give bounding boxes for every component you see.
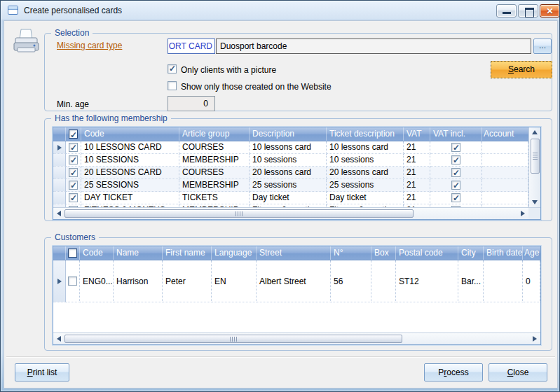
column-header-vat-incl[interactable]: VAT incl. — [430, 127, 482, 141]
missing-card-type-label[interactable]: Missing card type — [57, 41, 122, 50]
minimize-button[interactable] — [496, 4, 517, 18]
column-header-street[interactable]: Street — [257, 246, 331, 260]
membership-group-label: Has the following membership — [51, 113, 171, 123]
row-checkbox[interactable] — [69, 168, 78, 177]
scroll-left-icon[interactable] — [57, 336, 61, 342]
row-checkbox[interactable] — [69, 193, 78, 202]
horizontal-scrollbar[interactable] — [53, 207, 528, 219]
select-all-checkbox[interactable] — [69, 130, 78, 139]
select-all-checkbox[interactable] — [68, 248, 77, 258]
cell-number: 56 — [331, 260, 371, 302]
cell-description: 20 lessons card — [250, 167, 327, 179]
column-header-postal-code[interactable]: Postal code — [396, 246, 458, 260]
scroll-left-icon[interactable] — [57, 211, 61, 216]
horizontal-scroll-thumb[interactable] — [64, 335, 402, 343]
cell-age: 0 — [523, 260, 540, 302]
picture-checkbox-label[interactable]: Only clients with a picture — [181, 65, 276, 75]
column-header-code[interactable]: Code — [81, 127, 179, 141]
column-header-number[interactable]: N° — [331, 246, 371, 260]
vertical-scrollbar[interactable] — [528, 127, 540, 207]
cell-vat: 21 — [404, 179, 430, 192]
title-bar[interactable]: Create personalised cards — [1, 1, 559, 20]
cell-city: Bar... — [458, 260, 484, 302]
vat-incl-checkbox[interactable] — [451, 168, 460, 177]
row-selector[interactable] — [53, 141, 66, 154]
picture-checkbox[interactable] — [168, 64, 177, 74]
column-header-city[interactable]: City — [458, 246, 484, 260]
column-header-description[interactable]: Description — [250, 127, 327, 141]
scroll-right-icon[interactable] — [533, 336, 537, 342]
column-header-vat[interactable]: VAT — [404, 127, 430, 141]
window-icon — [8, 6, 18, 15]
card-type-field[interactable]: ORT CARD — [168, 38, 215, 54]
horizontal-scrollbar[interactable] — [53, 332, 540, 344]
cell-description: Day ticket — [250, 192, 327, 204]
column-header-code[interactable]: Code — [80, 246, 114, 260]
window-title: Create personalised cards — [24, 6, 122, 15]
row-selector[interactable] — [53, 179, 66, 192]
website-checkbox[interactable] — [168, 81, 177, 90]
row-checkbox[interactable] — [69, 181, 78, 190]
search-button[interactable]: Search — [491, 61, 552, 78]
cell-description: 25 sessions — [250, 179, 327, 192]
column-header-box[interactable]: Box — [371, 246, 396, 260]
card-description-field[interactable]: Duosport barcode — [216, 38, 531, 54]
column-header-article-group[interactable]: Article group — [179, 127, 250, 141]
row-checkbox[interactable] — [68, 276, 77, 286]
scroll-right-icon[interactable] — [521, 211, 525, 216]
cell-name: Harrison — [114, 260, 163, 302]
column-header-first-name[interactable]: First name — [163, 246, 212, 260]
maximize-button[interactable] — [518, 4, 538, 18]
table-row[interactable]: 10 SESSIONS MEMBERSHIP 10 sessions 10 se… — [53, 154, 528, 167]
header-row-selector — [53, 246, 66, 260]
column-header-name[interactable]: Name — [114, 246, 163, 260]
close-button[interactable]: Close — [489, 363, 547, 382]
table-row[interactable]: 10 LESSONS CARD COURSES 10 lessons card … — [53, 141, 528, 154]
header-row-selector — [53, 127, 66, 141]
close-window-button[interactable] — [540, 4, 560, 18]
min-age-label: Min. age — [57, 99, 89, 109]
customers-select-all — [66, 246, 80, 260]
cell-article-group: MEMBERSHIP — [179, 154, 250, 167]
table-row[interactable]: DAY TICKET TICKETS Day ticket Day ticket… — [53, 192, 528, 204]
vat-incl-checkbox[interactable] — [451, 193, 460, 202]
scroll-up-icon[interactable] — [532, 130, 538, 134]
table-row[interactable]: ENG0... Harrison Peter EN Albert Street … — [53, 260, 540, 302]
footer-divider — [6, 356, 555, 358]
membership-rows: 10 LESSONS CARD COURSES 10 lessons card … — [53, 141, 528, 207]
print-list-button[interactable]: Print list — [15, 363, 69, 382]
scroll-down-icon[interactable] — [532, 200, 538, 204]
row-checkbox[interactable] — [69, 143, 78, 152]
row-selector[interactable] — [53, 167, 66, 179]
column-header-language[interactable]: Language — [212, 246, 257, 260]
process-button[interactable]: Process — [424, 363, 483, 382]
vertical-scroll-thumb[interactable] — [531, 139, 540, 174]
cell-vat: 21 — [404, 141, 430, 154]
column-header-age[interactable]: Age — [523, 246, 540, 260]
customers-table-header: Code Name First name Language Street N° … — [53, 246, 540, 260]
row-checkbox[interactable] — [69, 155, 78, 164]
cell-article-group: COURSES — [179, 167, 250, 179]
table-row[interactable]: 25 SESSIONS MEMBERSHIP 25 sessions 25 se… — [53, 179, 528, 192]
website-checkbox-label[interactable]: Show only those created on the Website — [181, 82, 332, 92]
cell-article-group: TICKETS — [179, 192, 250, 204]
current-row-arrow-icon — [57, 145, 62, 150]
vat-incl-checkbox[interactable] — [451, 143, 460, 152]
horizontal-scroll-thumb[interactable] — [64, 209, 414, 218]
min-age-field[interactable]: 0 — [168, 96, 215, 111]
column-header-account[interactable]: Account — [482, 127, 528, 141]
vat-incl-checkbox[interactable] — [451, 155, 460, 164]
vat-incl-checkbox[interactable] — [451, 181, 460, 190]
browse-button[interactable]: ... — [533, 38, 552, 54]
column-header-ticket-description[interactable]: Ticket description — [327, 127, 404, 141]
cell-account — [482, 179, 528, 192]
cell-account — [482, 192, 528, 204]
row-selector[interactable] — [53, 260, 66, 302]
row-selector[interactable] — [53, 154, 66, 167]
column-header-birth-date[interactable]: Birth date — [484, 246, 523, 260]
dialog-window: Create personalised cards Selection Miss… — [0, 0, 560, 392]
table-row[interactable]: 20 LESSONS CARD COURSES 20 lessons card … — [53, 167, 528, 179]
membership-table-header: Code Article group Description Ticket de… — [53, 127, 528, 141]
cell-article-group: COURSES — [179, 141, 250, 154]
row-selector[interactable] — [53, 192, 66, 204]
